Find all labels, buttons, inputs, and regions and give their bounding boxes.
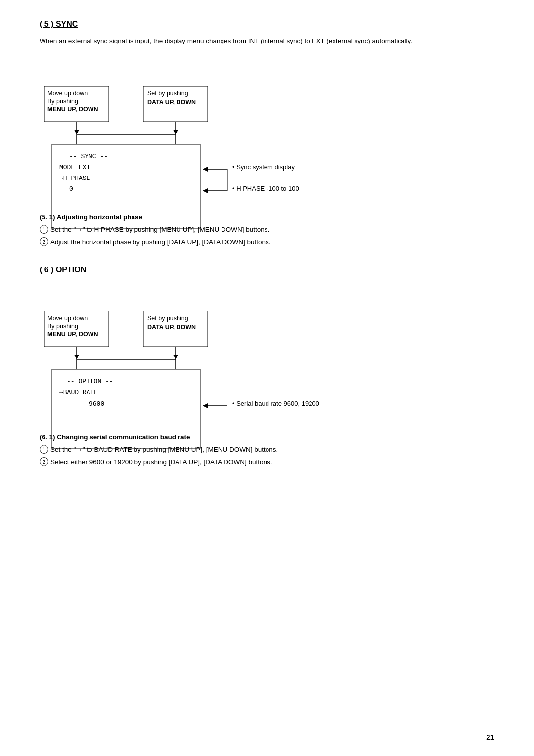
svg-marker-8 (74, 130, 79, 134)
svg-text:DATA UP, DOWN: DATA UP, DOWN (147, 99, 196, 106)
step-61-2: 2 Select either 9600 or 19200 by pushing… (40, 457, 494, 468)
svg-text:→BAUD RATE: →BAUD RATE (59, 389, 98, 396)
step-61-2-text: Select either 9600 or 19200 by pushing [… (50, 457, 272, 468)
svg-marker-20 (203, 167, 208, 172)
circle-2: 2 (40, 237, 48, 246)
section-5-title: ( 5 ) SYNC (40, 20, 494, 29)
svg-text:By pushing: By pushing (47, 323, 78, 330)
section-5-intro: When an external sync signal is input, t… (40, 36, 494, 46)
svg-text:Set by pushing: Set by pushing (147, 90, 188, 97)
step-51-2: 2 Adjust the horizontal phase by pushing… (40, 237, 494, 248)
step-51-1-text: Set the "→" to H PHASE by pushing [MENU … (50, 224, 269, 235)
svg-text:• Serial baud rate   9600, 192: • Serial baud rate 9600, 19200 (232, 400, 319, 407)
sub-61-heading: (6. 1) Changing serial communication bau… (40, 433, 494, 441)
svg-text:MENU UP, DOWN: MENU UP, DOWN (47, 106, 98, 113)
svg-text:-- SYNC --: -- SYNC -- (69, 153, 108, 160)
svg-text:DATA UP, DOWN: DATA UP, DOWN (147, 324, 196, 331)
svg-text:Move up down: Move up down (47, 315, 88, 322)
svg-text:• H PHASE   -100 to 100: • H PHASE -100 to 100 (232, 185, 299, 192)
svg-marker-36 (173, 355, 178, 359)
diagram-sync: Move up down By pushing MENU UP, DOWN Se… (40, 56, 494, 206)
svg-text:By pushing: By pushing (47, 98, 78, 105)
svg-text:MODE    EXT: MODE EXT (59, 164, 90, 171)
svg-marker-10 (173, 130, 178, 134)
circle-3: 1 (40, 445, 48, 454)
svg-marker-23 (203, 188, 208, 193)
svg-text:MENU UP, DOWN: MENU UP, DOWN (47, 331, 98, 338)
circle-1: 1 (40, 225, 48, 234)
section-5-sync: ( 5 ) SYNC When an external sync signal … (40, 20, 494, 248)
step-51-1: 1 Set the "→" to H PHASE by pushing [MEN… (40, 224, 494, 235)
section-6-option: ( 6 ) OPTION Move up down By pushing MEN… (40, 266, 494, 468)
step-61-1-text: Set the "→" to BAUD RATE by pushing [MEN… (50, 445, 278, 455)
svg-text:-- OPTION --: -- OPTION -- (67, 378, 113, 385)
page-number: 21 (486, 733, 494, 741)
svg-text:0: 0 (69, 185, 73, 193)
svg-text:9600: 9600 (89, 400, 104, 408)
circle-4: 2 (40, 457, 48, 466)
svg-text:→H PHASE: →H PHASE (59, 175, 90, 182)
section-6-title: ( 6 ) OPTION (40, 266, 494, 274)
svg-marker-45 (203, 403, 208, 408)
step-61-1: 1 Set the "→" to BAUD RATE by pushing [M… (40, 445, 494, 455)
svg-text:Set by pushing: Set by pushing (147, 315, 188, 322)
diagram-option: Move up down By pushing MENU UP, DOWN Se… (40, 281, 494, 426)
svg-marker-34 (74, 355, 79, 359)
sub-51-heading: (5. 1) Adjusting horizontal phase (40, 213, 494, 221)
svg-text:Move up down: Move up down (47, 90, 88, 97)
step-51-2-text: Adjust the horizontal phase by pushing [… (50, 237, 270, 248)
svg-text:• Sync system display: • Sync system display (232, 163, 295, 171)
